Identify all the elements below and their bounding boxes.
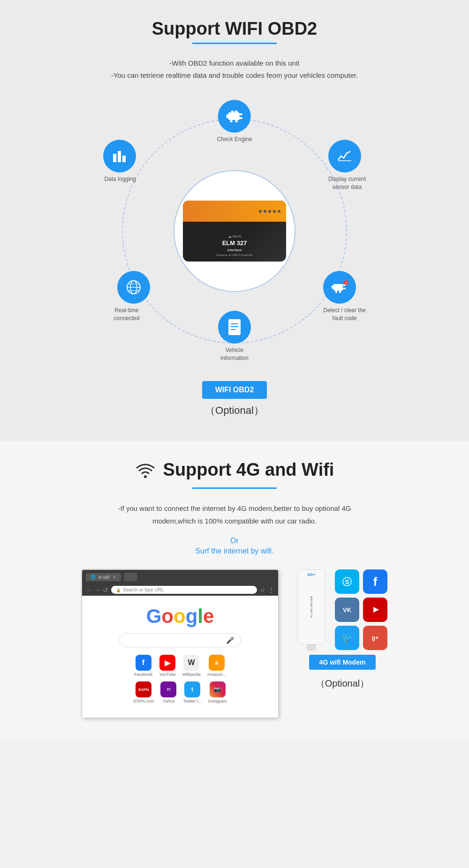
obd2-desc: -With OBD2 function available on this un… xyxy=(9,57,460,81)
shortcut-amazon: a Amazon... xyxy=(207,655,227,677)
espn-shortcut-icon[interactable]: ESPN xyxy=(136,681,151,697)
amz-label: Amazon... xyxy=(207,672,227,677)
svg-rect-9 xyxy=(333,284,343,291)
svg-rect-2 xyxy=(239,113,242,115)
tw-label: Twitter I... xyxy=(183,699,201,703)
wifi-obd2-button[interactable]: WIFI OBD2 xyxy=(202,381,267,399)
dot4 xyxy=(273,210,276,213)
wiki-shortcut-icon[interactable]: W xyxy=(183,655,199,671)
or-text: Or xyxy=(9,537,460,545)
icon-display-sensor: Display currentsensor data xyxy=(328,140,366,191)
nav-buttons: ← → ↺ xyxy=(86,586,108,594)
wifi-icon xyxy=(135,461,156,482)
refresh-icon[interactable]: ↺ xyxy=(103,586,108,594)
svg-text:!: ! xyxy=(346,282,347,285)
shortcut-yahoo: Y! Yahoo xyxy=(160,681,176,703)
obd2-diagram: ☁ Wi-Fi ELM 327 Interface Supports all O… xyxy=(98,95,371,367)
sensor-icon-circle xyxy=(328,140,361,172)
tw-shortcut-icon[interactable]: t xyxy=(184,681,200,697)
vehicle-label: Vehicle information xyxy=(211,346,258,362)
bottom-row: 🌐 w tab ✕ ← → ↺ 🔒 Search or type URL xyxy=(9,569,460,718)
svg-point-29 xyxy=(144,475,147,478)
yahoo-shortcut-icon[interactable]: Y! xyxy=(160,681,176,697)
modem-device: 4G+ 4G WIFI MODEM xyxy=(297,569,325,644)
elm327-device: ☁ Wi-Fi ELM 327 Interface Supports all O… xyxy=(183,201,286,262)
facebook-social-icon: f xyxy=(363,569,387,594)
svg-text:S: S xyxy=(345,578,349,585)
surf-text: Surf the internet by wifi. xyxy=(9,547,460,555)
modem-social-row: 4G+ 4G WIFI MODEM S f VK xyxy=(297,569,387,650)
realtime-label: Real-time connected xyxy=(103,307,150,322)
youtube-social-icon: You Tube xyxy=(363,598,387,622)
dot2 xyxy=(264,210,266,213)
browser-favicon: 🌐 xyxy=(91,575,96,579)
forward-icon[interactable]: → xyxy=(94,586,101,594)
browser-addr-bar: ← → ↺ 🔒 Search or type URL ☆ ⋮ xyxy=(82,584,278,596)
shortcut-instagram: 📷 Instagram xyxy=(208,681,227,703)
svg-rect-6 xyxy=(230,120,233,122)
svg-rect-3 xyxy=(239,117,242,119)
svg-rect-28 xyxy=(122,156,126,162)
vk-social-icon: VK xyxy=(335,598,359,622)
icon-vehicle-info: Vehicle information xyxy=(211,311,258,362)
espn-label: ESPN.com xyxy=(133,699,154,703)
icon-data-logging: Data logging xyxy=(103,140,136,183)
menu-icon[interactable]: ⋮ xyxy=(268,586,274,593)
amz-shortcut-icon[interactable]: a xyxy=(209,655,225,671)
modem-label: 4G WIFI MODEM xyxy=(310,576,313,637)
address-input[interactable]: 🔒 Search or type URL xyxy=(111,586,257,594)
shortcut-espn: ESPN ESPN.com xyxy=(133,681,154,703)
fb-shortcut-icon[interactable]: f xyxy=(136,655,151,671)
shortcut-youtube: ▶ YouTube xyxy=(159,655,175,677)
addr-actions: ☆ ⋮ xyxy=(260,586,274,593)
svg-rect-0 xyxy=(228,112,240,120)
star-icon[interactable]: ☆ xyxy=(260,586,265,593)
svg-rect-27 xyxy=(118,151,121,162)
skype-icon: S xyxy=(335,569,359,594)
gplus-social-icon: g+ xyxy=(363,626,387,650)
engine-icon-circle xyxy=(218,100,251,133)
obd2-optional: （Optional） xyxy=(9,404,460,418)
usb-tip xyxy=(307,644,316,651)
svg-rect-1 xyxy=(227,114,229,118)
obd2-title-underline xyxy=(192,43,277,44)
yahoo-label: Yahoo xyxy=(163,699,174,703)
new-tab-button[interactable] xyxy=(124,573,137,581)
logging-icon-circle xyxy=(103,140,136,172)
vehicle-icon-circle xyxy=(218,311,251,344)
icon-detect-fault: ! Detect / clear thefault code xyxy=(323,271,366,322)
fb-label: Facebook xyxy=(134,672,153,677)
back-icon[interactable]: ← xyxy=(86,586,92,594)
ig-shortcut-icon[interactable]: 📷 xyxy=(210,681,226,697)
4g-title-underline xyxy=(192,487,277,489)
shortcut-wikipedia: W Wikipedia xyxy=(182,655,201,677)
yt-shortcut-icon[interactable]: ▶ xyxy=(159,655,175,671)
ig-label: Instagram xyxy=(208,699,227,703)
icon-realtime: Real-time connected xyxy=(103,271,150,322)
wifi4g-section: Support 4G and Wifi -If you want to conn… xyxy=(0,441,469,741)
svg-rect-26 xyxy=(113,154,116,162)
dot5 xyxy=(278,210,280,213)
dot1 xyxy=(259,210,262,213)
inner-circle: ☁ Wi-Fi ELM 327 Interface Supports all O… xyxy=(174,170,295,292)
twitter-social-icon: 🐦 xyxy=(335,626,359,650)
tab-close-icon[interactable]: ✕ xyxy=(113,575,116,579)
shortcut-twitter: t Twitter I... xyxy=(183,681,201,703)
icon-check-engine: Check Engine xyxy=(217,100,252,143)
svg-rect-14 xyxy=(339,291,341,293)
4g-modem-button[interactable]: 4G wifi Modem xyxy=(309,655,376,670)
mic-icon: 🎤 xyxy=(226,636,234,644)
svg-rect-13 xyxy=(335,291,337,293)
google-search-bar[interactable]: 🎤 xyxy=(119,633,241,647)
lock-icon: 🔒 xyxy=(116,588,121,592)
tab-label: w tab xyxy=(98,575,110,580)
4g-title: Support 4G and Wifi xyxy=(163,460,334,480)
svg-rect-12 xyxy=(343,288,346,289)
right-side: 4G+ 4G WIFI MODEM S f VK xyxy=(297,569,387,690)
sensor-label: Display currentsensor data xyxy=(328,175,366,191)
modem-container: 4G+ 4G WIFI MODEM xyxy=(297,569,325,644)
check-engine-label: Check Engine xyxy=(217,135,252,143)
shortcut-facebook: f Facebook xyxy=(134,655,153,677)
4g-title-row: Support 4G and Wifi xyxy=(9,460,460,484)
addr-text: Search or type URL xyxy=(123,587,164,592)
